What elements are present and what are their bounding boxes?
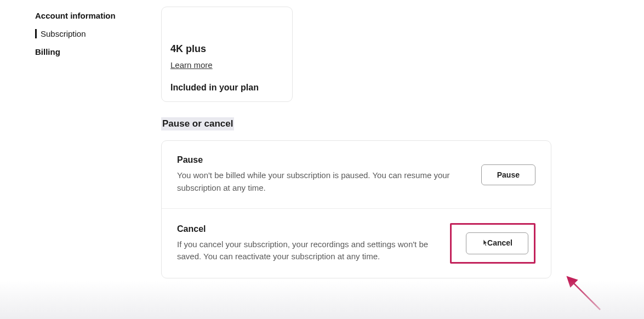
pause-cancel-card: Pause You won't be billed while your sub… — [161, 140, 551, 278]
plan-card: 4K plus Learn more Included in your plan — [161, 7, 293, 102]
main-content: 4K plus Learn more Included in your plan… — [161, 7, 644, 278]
learn-more-link[interactable]: Learn more — [170, 60, 213, 70]
bottom-fade — [0, 281, 644, 319]
svg-line-0 — [568, 278, 600, 310]
cancel-highlight-annotation: Cancel — [450, 223, 535, 264]
sidebar-item-billing[interactable]: Billing — [35, 43, 161, 61]
cancel-row: Cancel If you cancel your subscription, … — [162, 208, 551, 278]
cancel-button[interactable]: Cancel — [466, 232, 528, 254]
settings-sidebar: Account information Subscription Billing — [35, 7, 161, 278]
plan-title: 4K plus — [170, 43, 283, 55]
sidebar-item-subscription[interactable]: Subscription — [35, 25, 161, 43]
cancel-title: Cancel — [177, 224, 439, 234]
pause-title: Pause — [177, 155, 470, 165]
cancel-description: If you cancel your subscription, your re… — [177, 238, 439, 263]
pause-or-cancel-heading: Pause or cancel — [161, 117, 234, 130]
pause-row: Pause You won't be billed while your sub… — [162, 141, 551, 208]
plan-included-heading: Included in your plan — [170, 83, 283, 93]
cancel-button-label: Cancel — [487, 238, 512, 247]
sidebar-item-account-information[interactable]: Account information — [35, 7, 161, 25]
pause-description: You won't be billed while your subscript… — [177, 169, 470, 194]
pause-button[interactable]: Pause — [481, 164, 535, 185]
